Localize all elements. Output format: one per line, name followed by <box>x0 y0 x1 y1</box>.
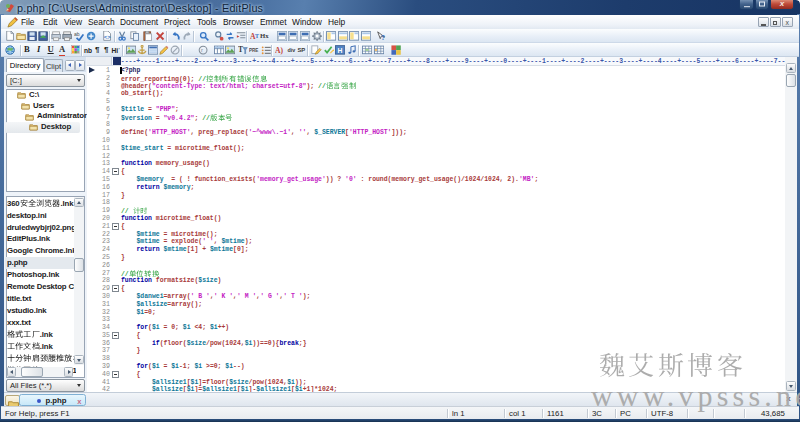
svg-text:div: div <box>287 47 295 53</box>
svg-text:H: H <box>338 47 343 54</box>
svg-text:r: r <box>201 47 203 53</box>
svg-text:<>: <> <box>103 34 111 41</box>
svg-text:SP: SP <box>297 47 305 53</box>
svg-text:?: ? <box>381 35 385 42</box>
svg-text:ab: ab <box>74 31 80 37</box>
svg-text:T: T <box>255 33 259 39</box>
svg-text:T: T <box>238 45 243 54</box>
svg-text:A): A) <box>275 46 283 55</box>
svg-text:Hx: Hx <box>260 33 269 40</box>
svg-text:PRE: PRE <box>249 48 258 53</box>
